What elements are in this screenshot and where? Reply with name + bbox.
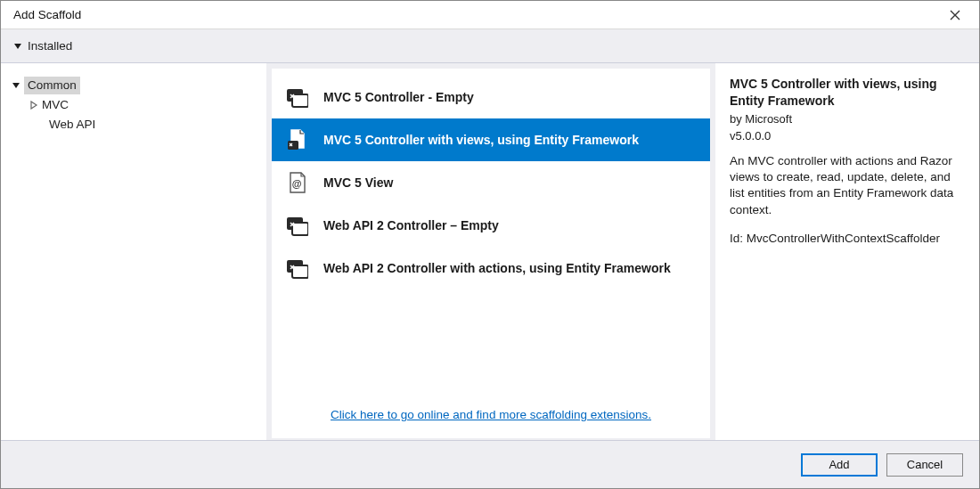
online-extensions-link[interactable]: Click here to go online and find more sc…	[331, 408, 651, 421]
caret-down-icon	[13, 42, 22, 51]
close-button[interactable]	[940, 3, 970, 28]
view-icon: @	[284, 170, 309, 195]
caret-down-icon	[12, 81, 20, 90]
titlebar: Add Scaffold	[1, 1, 979, 29]
list-item[interactable]: MVC 5 Controller - Empty	[272, 76, 710, 118]
list-item-label: Web API 2 Controller with actions, using…	[323, 261, 671, 275]
list-item[interactable]: Web API 2 Controller with actions, using…	[272, 247, 710, 289]
list-item-label: Web API 2 Controller – Empty	[323, 218, 499, 232]
installed-category[interactable]: Installed	[10, 37, 76, 54]
sidebar: Common MVC Web API	[1, 63, 266, 440]
close-icon	[950, 10, 960, 20]
list-footer: Click here to go online and find more sc…	[272, 401, 710, 431]
controller-icon	[284, 85, 309, 110]
sidebar-item-common[interactable]: Common	[10, 76, 257, 95]
svg-rect-7	[292, 265, 308, 278]
details-pane: MVC 5 Controller with views, using Entit…	[715, 63, 979, 440]
svg-rect-5	[292, 223, 308, 235]
details-description: An MVC controller with actions and Razor…	[730, 153, 965, 218]
cancel-button[interactable]: Cancel	[886, 453, 963, 477]
category-tree: Common MVC Web API	[10, 76, 257, 134]
details-author: by Microsoft	[730, 111, 965, 127]
list-item[interactable]: MVC 5 Controller with views, using Entit…	[272, 118, 710, 161]
category-toolbar: Installed	[1, 29, 979, 63]
details-id-label: Id:	[730, 232, 747, 245]
details-id: Id: MvcControllerWithContextScaffolder	[730, 231, 965, 247]
sidebar-item-mvc[interactable]: MVC	[10, 95, 257, 115]
button-bar: Add Cancel	[1, 440, 979, 488]
list-item-label: MVC 5 View	[323, 175, 393, 190]
details-id-value: MvcControllerWithContextScaffolder	[747, 232, 940, 245]
sidebar-item-label: MVC	[42, 96, 69, 114]
controller-icon	[284, 256, 309, 281]
caret-right-icon	[29, 101, 38, 110]
doc-controller-icon	[284, 127, 309, 152]
scaffold-list-area: MVC 5 Controller - Empty MVC 5 Controlle…	[266, 63, 715, 440]
svg-rect-1	[292, 94, 308, 107]
installed-label: Installed	[28, 39, 72, 53]
add-button[interactable]: Add	[801, 453, 878, 477]
list-item[interactable]: Web API 2 Controller – Empty	[272, 204, 710, 247]
svg-text:@: @	[292, 178, 302, 189]
list-item-label: MVC 5 Controller - Empty	[323, 90, 474, 104]
scaffold-list: MVC 5 Controller - Empty MVC 5 Controlle…	[272, 69, 710, 438]
details-version: v5.0.0.0	[730, 128, 965, 144]
window-title: Add Scaffold	[13, 8, 81, 21]
details-title: MVC 5 Controller with views, using Entit…	[730, 76, 965, 110]
list-item-label: MVC 5 Controller with views, using Entit…	[323, 133, 639, 147]
sidebar-item-webapi[interactable]: Web API	[10, 115, 257, 134]
sidebar-item-label: Common	[24, 77, 80, 94]
controller-icon	[284, 213, 309, 238]
svg-rect-2	[288, 141, 298, 150]
sidebar-item-label: Web API	[49, 116, 95, 134]
list-item[interactable]: @ MVC 5 View	[272, 161, 710, 204]
